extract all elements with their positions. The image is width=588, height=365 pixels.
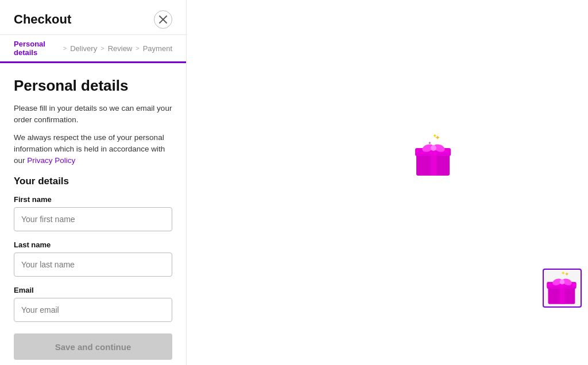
breadcrumb-sep-3: >	[136, 45, 139, 52]
svg-point-10	[431, 145, 436, 151]
save-continue-button[interactable]: Save and continue	[14, 333, 172, 360]
close-button[interactable]	[154, 10, 172, 29]
gift-thumb-1[interactable]: ✦ ✦	[543, 269, 582, 308]
first-name-input[interactable]	[14, 207, 172, 231]
description-1: Please fill in your details so we can em…	[14, 103, 172, 126]
checkout-header: Checkout	[0, 0, 186, 35]
first-name-field-group: First name	[14, 195, 172, 231]
svg-point-19	[560, 279, 565, 285]
email-field-group: Email	[14, 286, 172, 322]
checkout-title: Checkout	[14, 12, 71, 27]
breadcrumb-payment: Payment	[143, 44, 172, 53]
svg-text:✦: ✦	[561, 270, 566, 276]
privacy-policy-link[interactable]: Privacy Policy	[27, 156, 75, 165]
your-details-heading: Your details	[14, 176, 172, 187]
breadcrumb-personal-details[interactable]: Personal details	[14, 40, 60, 57]
breadcrumb-delivery: Delivery	[70, 44, 97, 53]
left-panel: Checkout Personal details > Delivery > R…	[0, 0, 187, 365]
email-label: Email	[14, 286, 172, 294]
breadcrumb-review: Review	[108, 44, 133, 53]
breadcrumb: Personal details > Delivery > Review > P…	[0, 35, 186, 63]
form-section: Personal details Please fill in your det…	[0, 63, 186, 365]
gift-box-row: ✦ ✦ ✦ ✦	[543, 269, 588, 308]
section-title: Personal details	[14, 77, 172, 95]
first-name-label: First name	[14, 195, 172, 204]
gift-box-large: ✦ ✦ ✦	[411, 132, 457, 178]
svg-rect-7	[415, 150, 451, 154]
last-name-input[interactable]	[14, 253, 172, 277]
breadcrumb-sep-1: >	[63, 45, 67, 52]
description-2: We always respect the use of your person…	[14, 132, 172, 167]
last-name-label: Last name	[14, 240, 172, 249]
svg-text:✦: ✦	[432, 133, 437, 139]
email-input[interactable]	[14, 298, 172, 322]
last-name-field-group: Last name	[14, 240, 172, 277]
breadcrumb-sep-2: >	[100, 45, 104, 52]
right-panel: ✦ ✦ ✦ ✦	[187, 0, 588, 365]
